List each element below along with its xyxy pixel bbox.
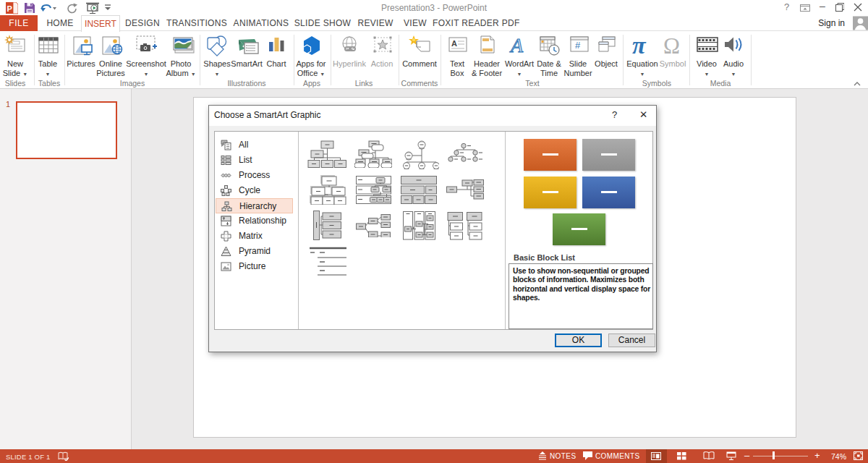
svg-text:#: #: [575, 40, 581, 51]
svg-text:Ω: Ω: [663, 33, 680, 58]
svg-text:π: π: [632, 33, 647, 58]
svg-text:A: A: [509, 34, 524, 56]
svg-text:P: P: [7, 4, 12, 13]
svg-text:A: A: [451, 39, 457, 48]
